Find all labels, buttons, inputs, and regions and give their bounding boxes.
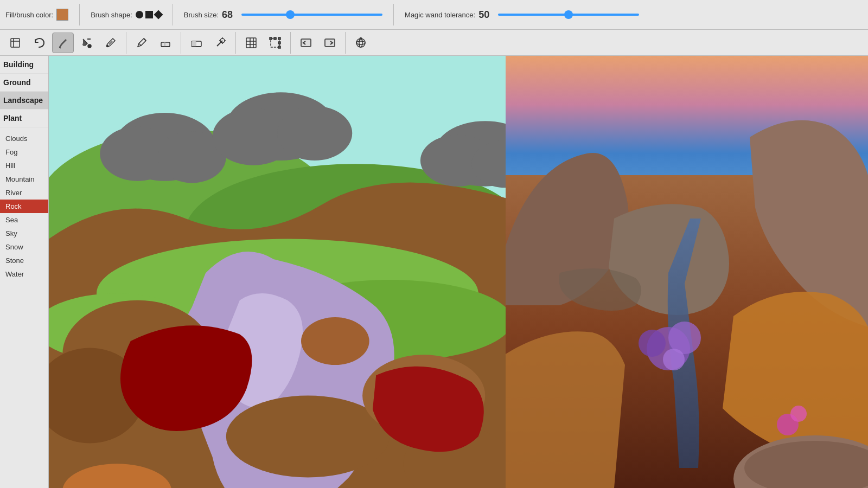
svg-point-34 <box>356 41 365 44</box>
sidebar-item-stone[interactable]: Stone <box>0 254 48 267</box>
magic-wand-label: Magic wand tolerance: <box>405 11 475 19</box>
svg-point-64 <box>663 349 685 370</box>
divider2 <box>173 4 173 25</box>
tools-divider1 <box>126 32 126 54</box>
eraser2-tool-button[interactable] <box>186 33 207 53</box>
reference-photo-area <box>506 56 868 488</box>
sidebar-item-water[interactable]: Water <box>0 267 48 281</box>
svg-rect-20 <box>246 38 256 48</box>
eraser-tool-button[interactable] <box>155 33 176 53</box>
brush-circle-shape[interactable] <box>136 11 143 18</box>
brush-shapes-group <box>136 11 162 18</box>
svg-line-3 <box>60 47 61 48</box>
top-toolbar: Fill/brush color: Brush shape: Brush siz… <box>0 0 868 30</box>
svg-point-48 <box>301 317 369 365</box>
svg-rect-29 <box>278 42 280 44</box>
divider1 <box>79 4 80 25</box>
undo-tool-button[interactable] <box>28 33 50 53</box>
fill-color-section: Fill/brush color: <box>5 9 68 21</box>
brush-size-value: 68 <box>222 9 238 21</box>
tools-divider3 <box>235 32 236 54</box>
magic-wand-section: Magic wand tolerance: 50 <box>405 9 639 21</box>
sidebar-item-mountain[interactable]: Mountain <box>0 172 48 186</box>
svg-point-55 <box>277 106 352 160</box>
magic-wand-tool-button[interactable] <box>209 33 231 53</box>
sidebar-item-hill[interactable]: Hill <box>0 159 48 172</box>
brush-size-slider[interactable] <box>241 14 382 16</box>
svg-rect-28 <box>278 37 280 40</box>
svg-rect-8 <box>161 42 170 47</box>
select-tool-button[interactable] <box>4 33 26 53</box>
svg-rect-27 <box>274 37 276 40</box>
magic-wand-slider[interactable] <box>498 14 639 16</box>
svg-line-14 <box>217 41 222 46</box>
brush-size-slider-container <box>241 14 382 16</box>
back-tool-button[interactable] <box>295 33 317 53</box>
sidebar-item-river[interactable]: River <box>0 186 48 200</box>
magic-wand-value: 50 <box>478 9 495 21</box>
sidebar-item-sky[interactable]: Sky <box>0 227 48 240</box>
svg-rect-12 <box>192 41 196 47</box>
sidebar-category-plant[interactable]: Plant <box>0 110 48 127</box>
fill-color-label: Fill/brush color: <box>5 11 53 19</box>
sidebar-item-snow[interactable]: Snow <box>0 240 48 254</box>
transform-tool-button[interactable] <box>264 33 286 53</box>
svg-point-45 <box>226 396 390 478</box>
sidebar-spacer <box>0 127 48 132</box>
sidebar: Building Ground Landscape Plant Clouds F… <box>0 56 49 488</box>
sidebar-category-landscape[interactable]: Landscape <box>0 92 48 110</box>
svg-point-6 <box>107 45 108 47</box>
magic-wand-slider-container <box>498 14 639 16</box>
sidebar-item-clouds[interactable]: Clouds <box>0 132 48 145</box>
forward-tool-button[interactable] <box>319 33 341 53</box>
brush-size-section: Brush size: 68 <box>184 9 382 21</box>
svg-line-7 <box>139 43 141 46</box>
sidebar-item-rock[interactable]: Rock <box>0 200 48 213</box>
sidebar-item-sea[interactable]: Sea <box>0 213 48 227</box>
brush-square-shape[interactable] <box>145 11 153 18</box>
grid-tool-button[interactable] <box>240 33 262 53</box>
brush-shape-label: Brush shape: <box>91 11 132 19</box>
main-area: Building Ground Landscape Plant Clouds F… <box>0 56 868 488</box>
svg-rect-26 <box>270 37 272 40</box>
sidebar-category-building[interactable]: Building <box>0 56 48 74</box>
fill-tool-button[interactable] <box>76 33 98 53</box>
sidebar-item-fog[interactable]: Fog <box>0 145 48 159</box>
fill-color-swatch[interactable] <box>56 9 68 21</box>
divider3 <box>393 4 394 25</box>
pencil-tool-button[interactable] <box>131 33 152 53</box>
drawing-canvas-area[interactable] <box>49 56 506 488</box>
brush-diamond-shape[interactable] <box>154 10 163 20</box>
eyedropper-tool-button[interactable] <box>100 33 122 53</box>
sidebar-category-ground[interactable]: Ground <box>0 74 48 92</box>
brush-tool-button[interactable] <box>52 33 74 53</box>
paint-svg[interactable] <box>49 56 506 488</box>
rotate3d-tool-button[interactable] <box>350 33 372 53</box>
brush-size-label: Brush size: <box>184 11 219 19</box>
photo-svg-overlay <box>506 56 868 488</box>
tools-row <box>0 30 868 56</box>
tools-and-thumbs-row <box>0 30 868 56</box>
svg-point-66 <box>790 406 807 422</box>
tools-divider5 <box>345 32 346 54</box>
tools-divider2 <box>181 32 181 54</box>
svg-point-63 <box>639 330 666 357</box>
svg-rect-30 <box>278 46 280 48</box>
reference-photo <box>506 56 868 488</box>
tools-divider4 <box>290 32 291 54</box>
brush-shape-section: Brush shape: <box>91 11 162 19</box>
svg-rect-0 <box>11 38 20 47</box>
